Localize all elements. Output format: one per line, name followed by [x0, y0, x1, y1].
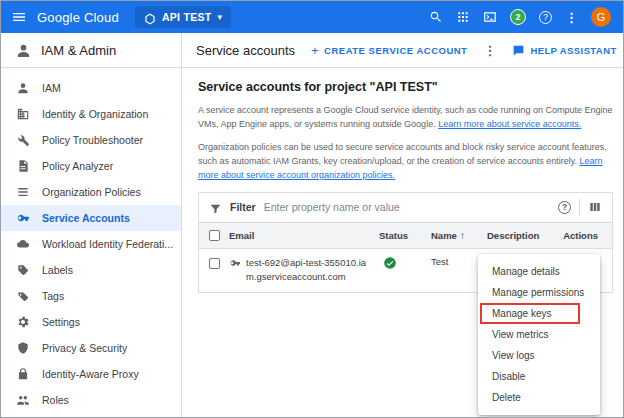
- status-cell: [379, 256, 431, 272]
- sidebar-item-identity-organization[interactable]: Identity & Organization: [1, 101, 181, 127]
- sidebar-item-settings[interactable]: Settings: [1, 309, 181, 335]
- shield-icon: [16, 341, 30, 355]
- column-display-options-icon[interactable]: [588, 200, 602, 214]
- page-more-options-icon[interactable]: ⋮: [483, 43, 496, 58]
- search-icon[interactable]: [429, 10, 443, 24]
- menu-item-manage-details[interactable]: Manage details: [478, 261, 600, 282]
- column-header-name[interactable]: Name↑: [431, 230, 487, 241]
- sidebar-item-workload-identity-federation[interactable]: Workload Identity Federati...: [1, 231, 181, 257]
- sidebar-item-label: Roles: [42, 394, 69, 406]
- hamburger-menu-icon[interactable]: [11, 9, 27, 25]
- sidebar-item-label: Policy Analyzer: [42, 160, 113, 172]
- topbar-actions: 2 ? ⋮ G: [429, 7, 611, 27]
- menu-item-delete[interactable]: Delete: [478, 387, 600, 408]
- lock-icon: [16, 367, 30, 381]
- row-actions-context-menu: Manage details Manage permissions Manage…: [478, 254, 600, 415]
- gcp-console-window: Google Cloud API TEST ▾ 2 ? ⋮ G: [0, 0, 624, 418]
- iam-admin-sidebar: IAM Identity & Organization Policy Troub…: [1, 68, 182, 417]
- sidebar-item-label: IAM: [42, 82, 61, 94]
- page-heading: Service accounts for project "API TEST": [198, 80, 613, 94]
- notifications-badge[interactable]: 2: [510, 9, 526, 25]
- column-header-description: Description: [487, 230, 559, 241]
- help-icon[interactable]: ?: [539, 11, 552, 24]
- person-icon: [16, 81, 30, 95]
- sidebar-item-label: Privacy & Security: [42, 342, 127, 354]
- sidebar-item-label: Service Accounts: [42, 212, 130, 224]
- filter-help-icon[interactable]: ?: [558, 201, 571, 214]
- menu-item-manage-permissions[interactable]: Manage permissions: [478, 282, 600, 303]
- label-icon: [16, 263, 30, 277]
- sort-ascending-icon: ↑: [460, 230, 465, 241]
- sidebar-item-roles[interactable]: Roles: [1, 387, 181, 413]
- sidebar-item-service-accounts[interactable]: Service Accounts: [1, 205, 181, 231]
- document-analysis-icon: [16, 159, 30, 173]
- menu-item-view-metrics[interactable]: View metrics: [478, 324, 600, 345]
- page-title: Service accounts: [196, 43, 295, 58]
- help-glyph: ?: [562, 202, 567, 212]
- status-active-check-icon: [383, 256, 397, 270]
- service-account-key-icon: [229, 257, 241, 269]
- intro-paragraph: A service account represents a Google Cl…: [198, 104, 613, 132]
- sidebar-item-label: Workload Identity Federati...: [42, 238, 173, 250]
- select-all-checkbox[interactable]: [209, 230, 220, 241]
- sidebar-item-policy-troubleshooter[interactable]: Policy Troubleshooter: [1, 127, 181, 153]
- page-header-actions: Service accounts + CREATE SERVICE ACCOUN…: [182, 33, 623, 67]
- sidebar-item-policy-analyzer[interactable]: Policy Analyzer: [1, 153, 181, 179]
- column-header-email: Email: [229, 230, 379, 241]
- sidebar-item-labels[interactable]: Labels: [1, 257, 181, 283]
- menu-item-view-logs[interactable]: View logs: [478, 345, 600, 366]
- more-options-icon[interactable]: ⋮: [565, 11, 578, 24]
- row-checkbox[interactable]: [209, 258, 220, 269]
- google-cloud-logo: Google Cloud: [37, 10, 119, 25]
- gear-icon: [16, 315, 30, 329]
- sidebar-item-label: Organization Policies: [42, 186, 141, 198]
- project-hexagon-icon: [144, 11, 156, 23]
- table-header-row: Email Status Name↑ Description Actions: [199, 223, 612, 249]
- service-account-email[interactable]: test-692@api-test-355010.iam.gserviceacc…: [246, 256, 369, 285]
- organization-icon: [16, 107, 30, 121]
- user-avatar[interactable]: G: [591, 7, 611, 27]
- create-service-account-label: CREATE SERVICE ACCOUNT: [324, 45, 467, 56]
- list-icon: [16, 185, 30, 199]
- menu-item-manage-keys[interactable]: Manage keys: [478, 303, 600, 324]
- sidebar-item-label: Policy Troubleshooter: [42, 134, 143, 146]
- column-header-status: Status: [379, 230, 431, 241]
- people-icon: [16, 393, 30, 407]
- sidebar-item-label: Identity-Aware Proxy: [42, 368, 139, 380]
- sidebar-item-label: Identity & Organization: [42, 108, 148, 120]
- help-assistant-label: HELP ASSISTANT: [530, 45, 616, 56]
- iam-admin-product-icon: [15, 42, 32, 59]
- project-name: API TEST: [162, 11, 212, 23]
- chat-assistant-icon: [512, 44, 525, 57]
- table-filter-bar: Filter ?: [199, 193, 612, 223]
- service-account-email-cell: test-692@api-test-355010.iam.gserviceacc…: [229, 256, 379, 285]
- plus-icon: +: [311, 43, 319, 58]
- tag-icon: [16, 289, 30, 303]
- apps-grid-icon[interactable]: [456, 10, 470, 24]
- create-service-account-button[interactable]: + CREATE SERVICE ACCOUNT: [311, 43, 467, 58]
- policy-paragraph: Organization policies can be used to sec…: [198, 141, 613, 183]
- top-navigation-bar: Google Cloud API TEST ▾ 2 ? ⋮ G: [1, 1, 623, 33]
- sidebar-item-privacy-security[interactable]: Privacy & Security: [1, 335, 181, 361]
- filter-input[interactable]: [264, 201, 550, 213]
- wrench-icon: [16, 133, 30, 147]
- sidebar-item-label: Labels: [42, 264, 73, 276]
- sidebar-item-identity-aware-proxy[interactable]: Identity-Aware Proxy: [1, 361, 181, 387]
- product-title: IAM & Admin: [41, 43, 116, 58]
- cloud-shell-icon[interactable]: [483, 10, 497, 24]
- project-selector[interactable]: API TEST ▾: [135, 6, 231, 28]
- learn-more-service-accounts-link[interactable]: Learn more about service accounts.: [438, 119, 581, 129]
- sidebar-item-label: Settings: [42, 316, 80, 328]
- chevron-down-icon: ▾: [218, 13, 223, 22]
- sidebar-item-tags[interactable]: Tags: [1, 283, 181, 309]
- main-content: Service accounts for project "API TEST" …: [182, 68, 623, 417]
- cloud-icon: [16, 237, 30, 251]
- sidebar-item-label: Tags: [42, 290, 64, 302]
- sidebar-item-iam[interactable]: IAM: [1, 75, 181, 101]
- sidebar-item-organization-policies[interactable]: Organization Policies: [1, 179, 181, 205]
- help-glyph: ?: [543, 12, 548, 22]
- column-header-actions: Actions: [563, 230, 612, 241]
- key-icon: [16, 211, 30, 225]
- help-assistant-button[interactable]: HELP ASSISTANT: [512, 44, 616, 57]
- menu-item-disable[interactable]: Disable: [478, 366, 600, 387]
